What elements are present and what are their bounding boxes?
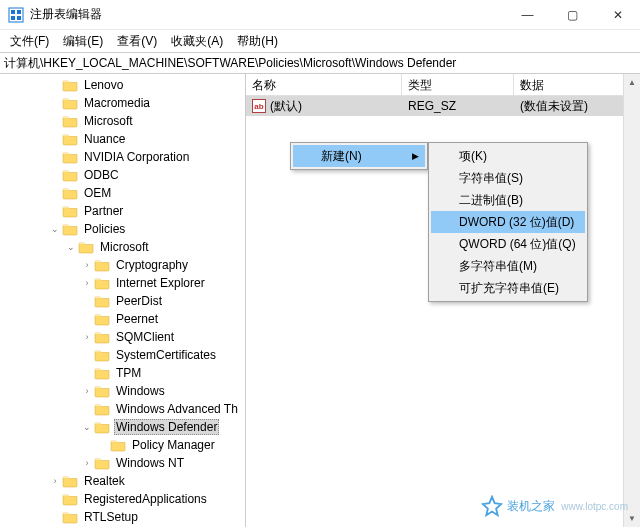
tree-item[interactable]: PeerDist <box>0 292 245 310</box>
folder-icon <box>94 366 110 380</box>
menu-edit[interactable]: 编辑(E) <box>57 31 109 52</box>
ctx-sub-item[interactable]: QWORD (64 位)值(Q) <box>431 233 585 255</box>
folder-icon <box>62 222 78 236</box>
expander-none <box>48 186 62 200</box>
tree-item[interactable]: ›Windows <box>0 382 245 400</box>
tree-item[interactable]: ⌄Windows Defender <box>0 418 245 436</box>
tree-item[interactable]: Peernet <box>0 310 245 328</box>
folder-icon <box>94 456 110 470</box>
menu-view[interactable]: 查看(V) <box>111 31 163 52</box>
context-submenu[interactable]: 项(K)字符串值(S)二进制值(B)DWORD (32 位)值(D)QWORD … <box>428 142 588 302</box>
folder-icon <box>62 78 78 92</box>
tree-label: SQMClient <box>114 330 176 344</box>
menu-file[interactable]: 文件(F) <box>4 31 55 52</box>
maximize-button[interactable]: ▢ <box>550 0 595 30</box>
tree-label: Peernet <box>114 312 160 326</box>
tree-item[interactable]: Nuance <box>0 130 245 148</box>
expander-none <box>80 312 94 326</box>
submenu-arrow-icon: ▶ <box>412 151 419 161</box>
tree-item[interactable]: Policy Manager <box>0 436 245 454</box>
address-bar[interactable]: 计算机\HKEY_LOCAL_MACHINE\SOFTWARE\Policies… <box>0 52 640 74</box>
address-text: 计算机\HKEY_LOCAL_MACHINE\SOFTWARE\Policies… <box>4 55 456 72</box>
tree-label: ODBC <box>82 168 121 182</box>
tree-pane[interactable]: LenovoMacromediaMicrosoftNuanceNVIDIA Co… <box>0 74 246 527</box>
tree-label: Partner <box>82 204 125 218</box>
tree-item[interactable]: Lenovo <box>0 76 245 94</box>
tree-item[interactable]: ›Windows NT <box>0 454 245 472</box>
folder-icon <box>62 168 78 182</box>
chevron-right-icon[interactable]: › <box>80 276 94 290</box>
folder-icon <box>110 438 126 452</box>
col-data[interactable]: 数据 <box>514 74 640 95</box>
menu-help[interactable]: 帮助(H) <box>231 31 284 52</box>
ctx-sub-item[interactable]: DWORD (32 位)值(D) <box>431 211 585 233</box>
folder-icon <box>62 150 78 164</box>
ctx-sub-item[interactable]: 字符串值(S) <box>431 167 585 189</box>
window-title: 注册表编辑器 <box>30 6 505 23</box>
chevron-right-icon[interactable]: › <box>80 456 94 470</box>
chevron-down-icon[interactable]: ⌄ <box>80 420 94 434</box>
tree-label: Microsoft <box>82 114 135 128</box>
tree-item[interactable]: ›SQMClient <box>0 328 245 346</box>
list-header: 名称 类型 数据 <box>246 74 640 96</box>
chevron-down-icon[interactable]: ⌄ <box>64 240 78 254</box>
minimize-button[interactable]: ― <box>505 0 550 30</box>
watermark-url: www.lotpc.com <box>561 501 628 512</box>
tree-item[interactable]: Partner <box>0 202 245 220</box>
close-button[interactable]: ✕ <box>595 0 640 30</box>
value-data: (数值未设置) <box>520 98 588 115</box>
tree-item[interactable]: ⌄Policies <box>0 220 245 238</box>
tree-item[interactable]: OEM <box>0 184 245 202</box>
expander-none <box>48 78 62 92</box>
chevron-right-icon[interactable]: › <box>80 330 94 344</box>
scroll-up-icon[interactable]: ▲ <box>624 74 641 91</box>
tree-item[interactable]: RTLSetup <box>0 508 245 526</box>
folder-icon <box>94 330 110 344</box>
chevron-right-icon[interactable]: › <box>80 384 94 398</box>
value-type: REG_SZ <box>408 99 456 113</box>
tree-item[interactable]: ›Internet Explorer <box>0 274 245 292</box>
expander-none <box>80 366 94 380</box>
menu-favorites[interactable]: 收藏夹(A) <box>165 31 229 52</box>
tree-item[interactable]: ›Realtek <box>0 472 245 490</box>
tree-item[interactable]: RegisteredApplications <box>0 490 245 508</box>
tree-item[interactable]: Microsoft <box>0 112 245 130</box>
tree-item[interactable]: Macromedia <box>0 94 245 112</box>
ctx-sub-item[interactable]: 可扩充字符串值(E) <box>431 277 585 299</box>
tree-item[interactable]: NVIDIA Corporation <box>0 148 245 166</box>
chevron-down-icon[interactable]: ⌄ <box>48 222 62 236</box>
context-menu[interactable]: 新建(N) ▶ <box>290 142 428 170</box>
ctx-new[interactable]: 新建(N) ▶ <box>293 145 425 167</box>
chevron-right-icon[interactable]: › <box>48 474 62 488</box>
menubar: 文件(F) 编辑(E) 查看(V) 收藏夹(A) 帮助(H) <box>0 30 640 52</box>
watermark: 装机之家 www.lotpc.com <box>481 495 628 517</box>
tree-label: RTLSetup <box>82 510 140 524</box>
tree-label: Cryptography <box>114 258 190 272</box>
tree-item[interactable]: ⌄Microsoft <box>0 238 245 256</box>
chevron-right-icon[interactable]: › <box>80 258 94 272</box>
value-name: (默认) <box>270 98 302 115</box>
tree-label: Microsoft <box>98 240 151 254</box>
ctx-sub-label: 二进制值(B) <box>459 192 523 209</box>
list-row[interactable]: ab(默认) REG_SZ (数值未设置) <box>246 96 640 116</box>
col-name[interactable]: 名称 <box>246 74 402 95</box>
col-type[interactable]: 类型 <box>402 74 514 95</box>
tree-label: Internet Explorer <box>114 276 207 290</box>
expander-none <box>80 402 94 416</box>
ctx-sub-item[interactable]: 项(K) <box>431 145 585 167</box>
ctx-sub-item[interactable]: 多字符串值(M) <box>431 255 585 277</box>
tree-item[interactable]: Windows Advanced Th <box>0 400 245 418</box>
folder-icon <box>94 402 110 416</box>
list-scrollbar[interactable]: ▲ ▼ <box>623 74 640 527</box>
expander-none <box>48 492 62 506</box>
regedit-icon <box>8 7 24 23</box>
tree-label: Realtek <box>82 474 127 488</box>
expander-none <box>48 150 62 164</box>
ctx-sub-item[interactable]: 二进制值(B) <box>431 189 585 211</box>
folder-icon <box>62 510 78 524</box>
tree-item[interactable]: SystemCertificates <box>0 346 245 364</box>
tree-item[interactable]: TPM <box>0 364 245 382</box>
tree-item[interactable]: ›Cryptography <box>0 256 245 274</box>
folder-icon <box>62 492 78 506</box>
tree-item[interactable]: ODBC <box>0 166 245 184</box>
